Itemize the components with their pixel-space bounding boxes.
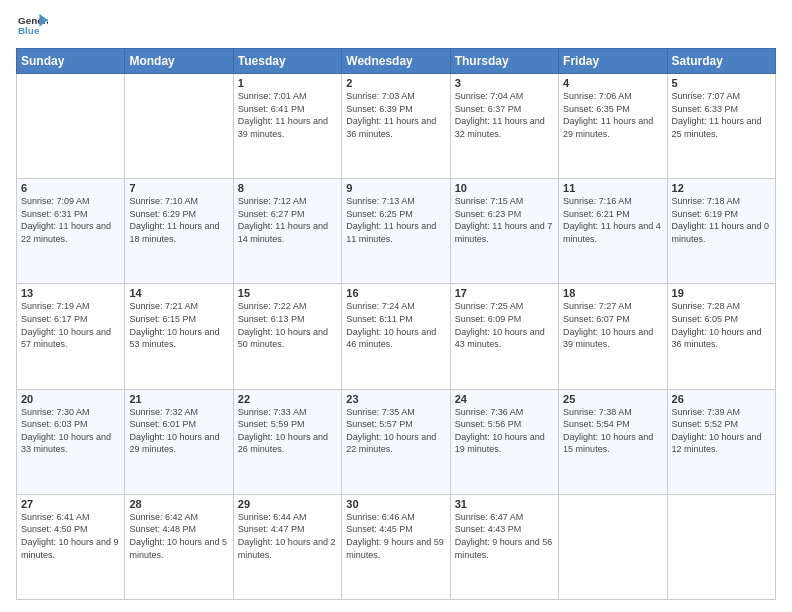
day-number: 6 [21, 182, 120, 194]
day-header-sunday: Sunday [17, 49, 125, 74]
day-number: 4 [563, 77, 662, 89]
calendar-cell: 4Sunrise: 7:06 AM Sunset: 6:35 PM Daylig… [559, 74, 667, 179]
day-number: 20 [21, 393, 120, 405]
calendar-cell: 21Sunrise: 7:32 AM Sunset: 6:01 PM Dayli… [125, 389, 233, 494]
calendar-cell: 23Sunrise: 7:35 AM Sunset: 5:57 PM Dayli… [342, 389, 450, 494]
calendar-cell: 9Sunrise: 7:13 AM Sunset: 6:25 PM Daylig… [342, 179, 450, 284]
day-info: Sunrise: 6:46 AM Sunset: 4:45 PM Dayligh… [346, 511, 445, 561]
day-info: Sunrise: 7:13 AM Sunset: 6:25 PM Dayligh… [346, 195, 445, 245]
day-info: Sunrise: 7:32 AM Sunset: 6:01 PM Dayligh… [129, 406, 228, 456]
day-info: Sunrise: 6:41 AM Sunset: 4:50 PM Dayligh… [21, 511, 120, 561]
day-number: 25 [563, 393, 662, 405]
day-info: Sunrise: 6:44 AM Sunset: 4:47 PM Dayligh… [238, 511, 337, 561]
day-info: Sunrise: 7:25 AM Sunset: 6:09 PM Dayligh… [455, 300, 554, 350]
calendar-cell: 15Sunrise: 7:22 AM Sunset: 6:13 PM Dayli… [233, 284, 341, 389]
day-info: Sunrise: 7:36 AM Sunset: 5:56 PM Dayligh… [455, 406, 554, 456]
day-number: 1 [238, 77, 337, 89]
day-number: 26 [672, 393, 771, 405]
day-info: Sunrise: 7:30 AM Sunset: 6:03 PM Dayligh… [21, 406, 120, 456]
day-info: Sunrise: 7:10 AM Sunset: 6:29 PM Dayligh… [129, 195, 228, 245]
day-number: 22 [238, 393, 337, 405]
svg-text:Blue: Blue [18, 25, 40, 36]
calendar-cell: 20Sunrise: 7:30 AM Sunset: 6:03 PM Dayli… [17, 389, 125, 494]
header: General Blue [16, 12, 776, 40]
day-number: 3 [455, 77, 554, 89]
calendar-table: SundayMondayTuesdayWednesdayThursdayFrid… [16, 48, 776, 600]
calendar-cell: 18Sunrise: 7:27 AM Sunset: 6:07 PM Dayli… [559, 284, 667, 389]
day-info: Sunrise: 7:16 AM Sunset: 6:21 PM Dayligh… [563, 195, 662, 245]
calendar-cell [125, 74, 233, 179]
day-number: 21 [129, 393, 228, 405]
day-number: 30 [346, 498, 445, 510]
day-number: 31 [455, 498, 554, 510]
day-info: Sunrise: 6:47 AM Sunset: 4:43 PM Dayligh… [455, 511, 554, 561]
day-number: 7 [129, 182, 228, 194]
day-number: 9 [346, 182, 445, 194]
day-number: 17 [455, 287, 554, 299]
day-info: Sunrise: 7:04 AM Sunset: 6:37 PM Dayligh… [455, 90, 554, 140]
calendar-cell: 25Sunrise: 7:38 AM Sunset: 5:54 PM Dayli… [559, 389, 667, 494]
day-info: Sunrise: 7:27 AM Sunset: 6:07 PM Dayligh… [563, 300, 662, 350]
day-info: Sunrise: 7:18 AM Sunset: 6:19 PM Dayligh… [672, 195, 771, 245]
day-info: Sunrise: 7:15 AM Sunset: 6:23 PM Dayligh… [455, 195, 554, 245]
day-number: 2 [346, 77, 445, 89]
day-number: 29 [238, 498, 337, 510]
day-number: 16 [346, 287, 445, 299]
calendar-week-row: 6Sunrise: 7:09 AM Sunset: 6:31 PM Daylig… [17, 179, 776, 284]
calendar-cell: 16Sunrise: 7:24 AM Sunset: 6:11 PM Dayli… [342, 284, 450, 389]
day-number: 15 [238, 287, 337, 299]
day-number: 8 [238, 182, 337, 194]
day-info: Sunrise: 7:24 AM Sunset: 6:11 PM Dayligh… [346, 300, 445, 350]
day-number: 5 [672, 77, 771, 89]
calendar-week-row: 27Sunrise: 6:41 AM Sunset: 4:50 PM Dayli… [17, 494, 776, 599]
calendar-cell [559, 494, 667, 599]
day-info: Sunrise: 7:03 AM Sunset: 6:39 PM Dayligh… [346, 90, 445, 140]
day-info: Sunrise: 6:42 AM Sunset: 4:48 PM Dayligh… [129, 511, 228, 561]
calendar-page: General Blue SundayMondayTuesdayWednesda… [0, 0, 792, 612]
day-info: Sunrise: 7:39 AM Sunset: 5:52 PM Dayligh… [672, 406, 771, 456]
calendar-week-row: 13Sunrise: 7:19 AM Sunset: 6:17 PM Dayli… [17, 284, 776, 389]
day-info: Sunrise: 7:28 AM Sunset: 6:05 PM Dayligh… [672, 300, 771, 350]
calendar-cell: 13Sunrise: 7:19 AM Sunset: 6:17 PM Dayli… [17, 284, 125, 389]
calendar-header-row: SundayMondayTuesdayWednesdayThursdayFrid… [17, 49, 776, 74]
day-info: Sunrise: 7:33 AM Sunset: 5:59 PM Dayligh… [238, 406, 337, 456]
calendar-cell: 22Sunrise: 7:33 AM Sunset: 5:59 PM Dayli… [233, 389, 341, 494]
day-header-tuesday: Tuesday [233, 49, 341, 74]
day-number: 28 [129, 498, 228, 510]
calendar-cell: 27Sunrise: 6:41 AM Sunset: 4:50 PM Dayli… [17, 494, 125, 599]
calendar-cell [667, 494, 775, 599]
day-header-thursday: Thursday [450, 49, 558, 74]
calendar-cell: 6Sunrise: 7:09 AM Sunset: 6:31 PM Daylig… [17, 179, 125, 284]
day-info: Sunrise: 7:19 AM Sunset: 6:17 PM Dayligh… [21, 300, 120, 350]
day-header-friday: Friday [559, 49, 667, 74]
calendar-cell: 17Sunrise: 7:25 AM Sunset: 6:09 PM Dayli… [450, 284, 558, 389]
day-number: 19 [672, 287, 771, 299]
calendar-cell: 1Sunrise: 7:01 AM Sunset: 6:41 PM Daylig… [233, 74, 341, 179]
calendar-cell: 11Sunrise: 7:16 AM Sunset: 6:21 PM Dayli… [559, 179, 667, 284]
calendar-week-row: 1Sunrise: 7:01 AM Sunset: 6:41 PM Daylig… [17, 74, 776, 179]
day-header-saturday: Saturday [667, 49, 775, 74]
calendar-cell: 30Sunrise: 6:46 AM Sunset: 4:45 PM Dayli… [342, 494, 450, 599]
calendar-cell: 19Sunrise: 7:28 AM Sunset: 6:05 PM Dayli… [667, 284, 775, 389]
logo: General Blue [16, 12, 48, 40]
day-header-wednesday: Wednesday [342, 49, 450, 74]
day-number: 14 [129, 287, 228, 299]
logo-icon: General Blue [16, 12, 48, 40]
day-info: Sunrise: 7:09 AM Sunset: 6:31 PM Dayligh… [21, 195, 120, 245]
day-header-monday: Monday [125, 49, 233, 74]
calendar-cell: 24Sunrise: 7:36 AM Sunset: 5:56 PM Dayli… [450, 389, 558, 494]
day-number: 27 [21, 498, 120, 510]
calendar-cell: 10Sunrise: 7:15 AM Sunset: 6:23 PM Dayli… [450, 179, 558, 284]
calendar-week-row: 20Sunrise: 7:30 AM Sunset: 6:03 PM Dayli… [17, 389, 776, 494]
day-number: 12 [672, 182, 771, 194]
day-info: Sunrise: 7:22 AM Sunset: 6:13 PM Dayligh… [238, 300, 337, 350]
day-number: 11 [563, 182, 662, 194]
calendar-cell: 5Sunrise: 7:07 AM Sunset: 6:33 PM Daylig… [667, 74, 775, 179]
day-number: 10 [455, 182, 554, 194]
calendar-cell: 26Sunrise: 7:39 AM Sunset: 5:52 PM Dayli… [667, 389, 775, 494]
calendar-cell: 7Sunrise: 7:10 AM Sunset: 6:29 PM Daylig… [125, 179, 233, 284]
calendar-cell: 28Sunrise: 6:42 AM Sunset: 4:48 PM Dayli… [125, 494, 233, 599]
day-number: 13 [21, 287, 120, 299]
day-info: Sunrise: 7:35 AM Sunset: 5:57 PM Dayligh… [346, 406, 445, 456]
calendar-cell: 3Sunrise: 7:04 AM Sunset: 6:37 PM Daylig… [450, 74, 558, 179]
